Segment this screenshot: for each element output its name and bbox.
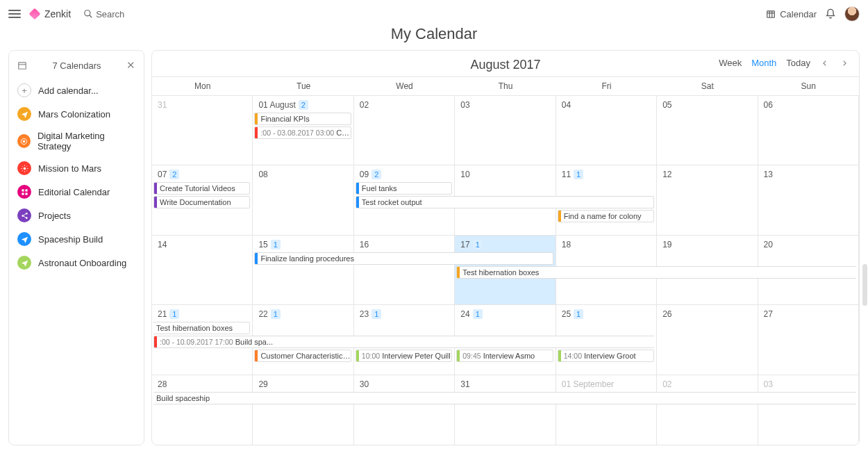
calendar-heading-row: August 2017 Week Month Today: [152, 51, 859, 76]
day-cell[interactable]: 02: [657, 375, 758, 445]
calendar-list-item[interactable]: Mission to Mars: [9, 156, 144, 180]
event-label: Interview Groot: [584, 352, 636, 360]
day-number: 111: [562, 170, 583, 179]
day-cell[interactable]: 04: [556, 96, 657, 165]
day-cell[interactable]: 29: [253, 375, 353, 445]
event-label: Test hibernation boxes: [457, 268, 539, 277]
dow-label: Thu: [455, 77, 556, 95]
calendar-color-icon: [17, 232, 31, 246]
event-label: Find a name for colony: [558, 212, 642, 220]
search-button[interactable]: Search: [83, 9, 124, 19]
day-cell[interactable]: 27: [758, 305, 859, 374]
calendar-item-label: Mission to Mars: [38, 163, 101, 174]
day-cell[interactable]: 03: [758, 375, 859, 445]
calendar-event[interactable]: Write Documentation: [153, 196, 250, 208]
calendar-event[interactable]: 09:45 Interview Asmo: [456, 350, 553, 362]
prev-month-button[interactable]: [820, 60, 830, 67]
calendar-event[interactable]: Test hibernation boxes: [153, 322, 250, 334]
calendar-week-row: 2112212312412512627Test hibernation boxe…: [152, 305, 859, 375]
calendar-event[interactable]: Financial KPIs: [254, 113, 351, 125]
calendar-event[interactable]: Test hibernation boxes: [456, 266, 856, 279]
calendar-event[interactable]: Customer Characteristic K...: [254, 350, 351, 362]
svg-point-0: [85, 10, 90, 16]
day-number: 06: [764, 100, 773, 110]
day-number: 01 August2: [258, 100, 308, 110]
view-switcher[interactable]: Calendar: [766, 9, 817, 19]
day-number: 08: [258, 170, 267, 179]
day-cell[interactable]: 31: [455, 375, 556, 445]
day-cell[interactable]: 16: [354, 236, 455, 304]
day-cell[interactable]: 14: [152, 236, 253, 304]
view-week[interactable]: Week: [719, 58, 742, 68]
calendar-list-item[interactable]: Mars Colonization: [9, 102, 144, 126]
day-cell[interactable]: 05: [657, 96, 758, 165]
day-number: 31: [158, 100, 167, 110]
day-cell[interactable]: 31: [152, 96, 253, 165]
day-cell[interactable]: 12: [657, 165, 758, 234]
day-number: 12: [662, 170, 671, 179]
day-cell[interactable]: 06: [758, 96, 859, 165]
event-color-stripe: [457, 350, 460, 361]
calendar-event[interactable]: Finalize landing procedures: [254, 252, 553, 265]
day-number: 29: [258, 379, 267, 389]
day-cell[interactable]: 13: [758, 165, 859, 234]
calendar-grid: 3101 August20203040506Financial KPIs:00 …: [152, 96, 859, 445]
event-label: Interview Peter Quill: [382, 352, 450, 360]
add-calendar-button[interactable]: + Add calendar...: [9, 79, 144, 102]
day-cell[interactable]: 02: [354, 96, 455, 165]
calendar-list-item[interactable]: Projects: [9, 204, 144, 227]
next-month-button[interactable]: [840, 60, 849, 67]
calendar-list-item[interactable]: Spaceship Build: [9, 227, 144, 251]
topbar: Zenkit Search Calendar: [0, 0, 868, 28]
event-label: Build spa...: [235, 338, 273, 346]
calendar-event[interactable]: Fuel tanks: [356, 182, 452, 195]
day-cell[interactable]: 30: [354, 375, 455, 445]
calendar-color-icon: [17, 185, 31, 199]
calendar-event[interactable]: :00 - 10.09.2017 17:00 Build spa...: [153, 336, 654, 348]
event-count-badge: 1: [169, 309, 179, 319]
app-name: Zenkit: [44, 8, 71, 19]
svg-point-10: [23, 167, 26, 170]
calendar-event[interactable]: 14:00 Interview Groot: [558, 350, 654, 362]
calendar-event[interactable]: :00 - 03.08.2017 03:00 Check life...: [254, 126, 351, 139]
calendar-list-item[interactable]: Editorial Calendar: [9, 180, 144, 204]
calendar-icon: [17, 60, 27, 70]
day-number: 20: [764, 240, 773, 249]
dow-label: Sun: [758, 77, 859, 95]
calendar-list-item[interactable]: Astronaut Onboarding: [9, 251, 144, 274]
event-color-stripe: [558, 350, 561, 361]
day-cell[interactable]: 08: [253, 165, 353, 234]
close-sidebar-button[interactable]: ✕: [126, 59, 135, 72]
day-number: 18: [562, 240, 571, 249]
day-number: 04: [562, 100, 571, 110]
day-number: 05: [662, 100, 671, 110]
day-cell[interactable]: 151: [253, 236, 353, 304]
event-count-badge: 1: [271, 309, 281, 319]
calendar-event[interactable]: Build spaceship: [153, 392, 856, 404]
svg-rect-20: [25, 189, 27, 191]
calendar-event[interactable]: Find a name for colony: [558, 210, 654, 222]
calendar-item-label: Digital Marketing Strategy: [37, 131, 135, 151]
scrollbar[interactable]: [862, 264, 867, 306]
view-month[interactable]: Month: [751, 58, 776, 68]
calendar-week-row: 2829303101 September0203Build spaceship: [152, 375, 859, 445]
calendar-item-label: Astronaut Onboarding: [38, 258, 126, 268]
day-number: 30: [360, 379, 369, 389]
day-cell[interactable]: 28: [152, 375, 253, 445]
calendar-event[interactable]: Test rocket output: [356, 196, 654, 208]
day-cell[interactable]: 26: [657, 305, 758, 374]
day-cell[interactable]: 03: [455, 96, 556, 165]
calendar-event[interactable]: 10:00 Interview Peter Quill: [356, 350, 452, 362]
calendar-event[interactable]: Create Tutorial Videos: [153, 182, 250, 195]
event-label: Fuel tanks: [356, 184, 397, 192]
event-count-badge: 1: [473, 240, 483, 249]
calendar-list-item[interactable]: Digital Marketing Strategy: [9, 126, 144, 156]
user-avatar[interactable]: [844, 6, 860, 22]
notifications-button[interactable]: [825, 8, 836, 19]
menu-icon[interactable]: [8, 10, 21, 18]
today-button[interactable]: Today: [786, 58, 810, 68]
day-cell[interactable]: 01 September: [556, 375, 657, 445]
bell-icon: [825, 8, 836, 19]
event-label: Finalize landing procedures: [255, 254, 354, 263]
svg-line-1: [90, 15, 92, 18]
